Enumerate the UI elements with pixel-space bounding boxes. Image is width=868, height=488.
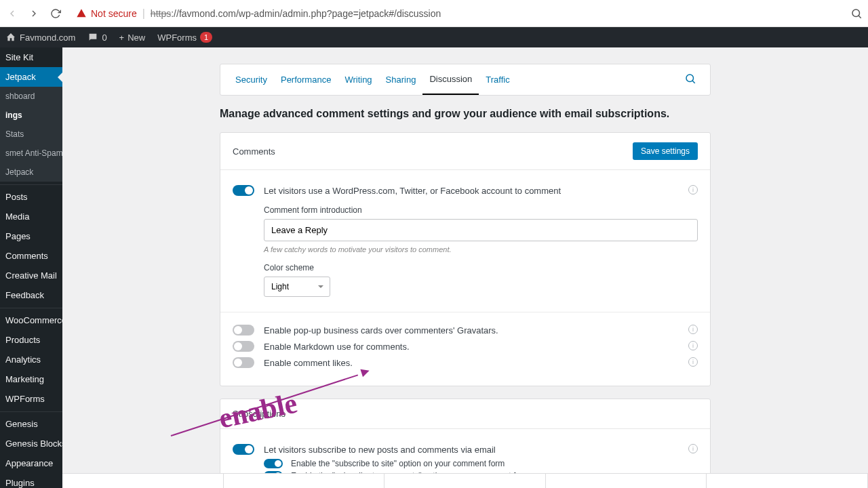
sidebar-item-woocommerce[interactable]: WooCommerce xyxy=(0,308,62,330)
tab-sharing[interactable]: Sharing xyxy=(379,65,423,94)
search-icon[interactable] xyxy=(850,7,863,20)
sidebar-item-shboard[interactable]: shboard xyxy=(0,87,62,106)
sidebar-item-analytics[interactable]: Analytics xyxy=(0,350,62,369)
info-icon[interactable]: i xyxy=(688,444,698,453)
intro-input[interactable] xyxy=(264,219,698,241)
comments-count: 0 xyxy=(102,33,106,43)
toggle-gravatar[interactable] xyxy=(233,325,254,336)
markdown-label: Enable Markdown use for comments. xyxy=(264,342,410,352)
sidebar-item-creative-mail[interactable]: Creative Mail xyxy=(0,266,62,285)
sidebar-item-wpforms[interactable]: WPForms xyxy=(0,389,62,409)
tab-traffic[interactable]: Traffic xyxy=(479,65,516,94)
sidebar-item-posts[interactable]: Posts xyxy=(0,184,62,207)
sidebar-item-jetpack[interactable]: Jetpack xyxy=(0,67,62,87)
tab-writing[interactable]: Writing xyxy=(338,65,378,94)
home-icon xyxy=(5,32,16,43)
info-icon[interactable]: i xyxy=(688,357,698,367)
sidebar-item-plugins[interactable]: Plugins xyxy=(0,473,62,488)
sidebar-item-comments[interactable]: Comments xyxy=(0,246,62,266)
social-login-label: Let visitors use a WordPress.com, Twitte… xyxy=(264,186,561,196)
address-bar[interactable]: Not secure | https://favmond.com/wp-admi… xyxy=(71,5,842,22)
intro-label: Comment form introduction xyxy=(264,205,698,215)
sidebar-item-smet-anti-spam[interactable]: smet Anti-Spam xyxy=(0,144,62,163)
tab-performance[interactable]: Performance xyxy=(274,65,338,94)
comments-link[interactable]: 0 xyxy=(87,32,106,43)
sidebar-item-appearance[interactable]: Appearance xyxy=(0,453,62,473)
color-label: Color scheme xyxy=(264,263,698,272)
comment-icon xyxy=(87,32,98,43)
info-icon[interactable]: i xyxy=(688,185,698,195)
site-name-link[interactable]: Favmond.com xyxy=(5,32,75,43)
toggle-markdown[interactable] xyxy=(233,341,254,352)
info-icon[interactable]: i xyxy=(688,325,698,334)
browser-toolbar: Not secure | https://favmond.com/wp-admi… xyxy=(0,0,868,27)
comments-title: Comments xyxy=(233,146,275,157)
url-text: https://favmond.com/wp-admin/admin.php?p… xyxy=(151,8,441,19)
sidebar-item-genesis-blocks[interactable]: Genesis Blocks xyxy=(0,434,62,453)
tab-security[interactable]: Security xyxy=(229,65,274,94)
toggle-social-login[interactable] xyxy=(233,185,254,196)
likes-label: Enable comment likes. xyxy=(264,358,353,368)
toggle-sub-site[interactable] xyxy=(264,459,283,468)
site-name-label: Favmond.com xyxy=(20,33,75,43)
info-icon[interactable]: i xyxy=(688,341,698,350)
sidebar-item-genesis[interactable]: Genesis xyxy=(0,411,62,434)
subscriptions-label: Let visitors subscribe to new posts and … xyxy=(264,445,496,455)
bottom-strip xyxy=(62,473,868,488)
wp-admin-bar: Favmond.com 0 + New WPForms 1 xyxy=(0,27,868,47)
sidebar-item-marketing[interactable]: Marketing xyxy=(0,369,62,389)
plus-icon: + xyxy=(119,33,125,43)
content-area: SecurityPerformanceWritingSharingDiscuss… xyxy=(62,47,868,488)
wpforms-link[interactable]: WPForms 1 xyxy=(157,32,212,43)
page-heading: Manage advanced comment settings and gro… xyxy=(220,108,711,120)
sidebar-item-stats[interactable]: Stats xyxy=(0,125,62,144)
back-icon[interactable] xyxy=(5,7,19,20)
new-label: New xyxy=(127,33,145,43)
svg-point-0 xyxy=(852,9,860,17)
tab-discussion[interactable]: Discussion xyxy=(422,64,479,95)
svg-point-1 xyxy=(686,75,694,82)
sidebar-item-site-kit[interactable]: Site Kit xyxy=(0,47,62,67)
wpforms-badge: 1 xyxy=(200,32,212,43)
comments-card: Comments Save settings Let visitors use … xyxy=(220,132,711,386)
security-label: Not secure xyxy=(91,8,137,19)
tabs-search-icon[interactable] xyxy=(679,73,702,87)
sidebar-item-ings[interactable]: ings xyxy=(0,106,62,125)
intro-hint: A few catchy words to motivate your visi… xyxy=(264,245,698,253)
settings-tabs-card: SecurityPerformanceWritingSharingDiscuss… xyxy=(220,64,711,96)
toggle-likes[interactable] xyxy=(233,357,254,368)
sidebar-item-jetpack[interactable]: Jetpack xyxy=(0,163,62,182)
reload-icon[interactable] xyxy=(49,7,62,20)
sidebar-item-pages[interactable]: Pages xyxy=(0,226,62,246)
security-warning: Not secure xyxy=(76,8,137,19)
admin-sidebar: Site KitJetpackshboardingsStatssmet Anti… xyxy=(0,47,62,488)
forward-icon[interactable] xyxy=(27,7,41,20)
save-button[interactable]: Save settings xyxy=(633,142,698,160)
sidebar-item-products[interactable]: Products xyxy=(0,330,62,350)
new-link[interactable]: + New xyxy=(119,33,146,43)
wpforms-label: WPForms xyxy=(157,33,197,43)
color-scheme-select[interactable]: Light xyxy=(264,277,330,297)
sub-site-label: Enable the "subscribe to site" option on… xyxy=(291,459,505,468)
gravatar-label: Enable pop-up business cards over commen… xyxy=(264,325,498,336)
toggle-subscriptions[interactable] xyxy=(233,444,254,455)
sidebar-item-feedback[interactable]: Feedback xyxy=(0,285,62,305)
sidebar-item-media[interactable]: Media xyxy=(0,207,62,226)
subscriptions-title: Subscriptions xyxy=(233,409,285,419)
